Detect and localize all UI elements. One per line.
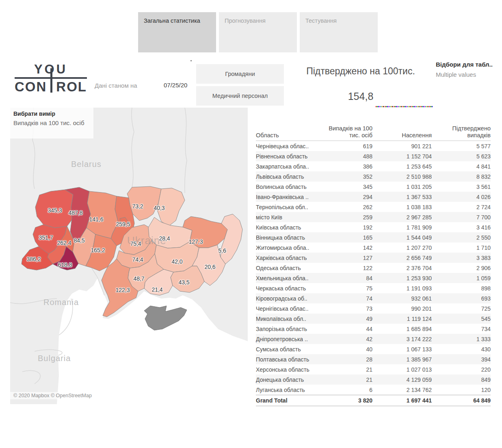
per100k-cell: 619	[321, 143, 372, 149]
kpi-title: Підтверджено на 100тис.	[292, 66, 430, 77]
confirmed-cell: 7 700	[432, 214, 491, 221]
region-value-label: 351,7	[39, 234, 53, 241]
region-name-cell: Чернівецька облас..	[256, 143, 321, 149]
table-filter-value-dropdown[interactable]: Multiple values	[436, 71, 501, 78]
col-header-population[interactable]: Населення	[372, 132, 432, 139]
population-cell: 1 253 930	[372, 275, 432, 281]
tab-general-statistics[interactable]: Загальна статистика	[138, 12, 216, 52]
region-value-label: 84,5	[74, 237, 84, 244]
region-name-cell: Дніпропетровська ..	[256, 336, 321, 342]
region-value-label: 122,3	[115, 287, 130, 293]
table-row[interactable]: Кіровоградська об..74932 061693	[256, 293, 491, 303]
confirmed-cell: 5 623	[432, 153, 491, 160]
table-row[interactable]: Івано-Франківська ..2941 367 5334 026	[256, 192, 491, 202]
region-name-cell: Закарпатська обла..	[256, 163, 321, 170]
table-row[interactable]: Харківська область1272 656 7493 383	[256, 253, 491, 263]
table-row[interactable]: місто Київ2592 967 2857 700	[256, 212, 491, 222]
citizens-button[interactable]: Громадяни	[196, 64, 284, 84]
dimension-selector: Вибрати вимір Випадків на 100 тис. осіб	[10, 108, 93, 139]
confirmed-cell: 220	[432, 366, 491, 373]
grand-total-per100k: 3 820	[321, 397, 372, 404]
table-row[interactable]: Полтавська область281 385 967394	[256, 354, 491, 364]
table-row[interactable]: Рівненська область4881 152 7045 623	[256, 151, 491, 161]
region-name-cell: Вінницька область	[256, 234, 321, 241]
logo-line2-right: ROL	[56, 80, 87, 94]
region-value-label: 40,3	[154, 205, 164, 211]
table-row[interactable]: Черкаська область751 191 093898	[256, 283, 491, 293]
region-value-label: 73,2	[132, 203, 143, 210]
per100k-cell: 352	[321, 173, 372, 180]
table-row[interactable]: Київська область1921 781 9093 416	[256, 222, 491, 232]
region-name-cell: Черкаська область	[256, 285, 321, 292]
population-cell: 2 376 704	[372, 265, 432, 271]
region-name-cell: Миколаївська обл..	[256, 316, 321, 322]
region-crimea[interactable]	[144, 306, 187, 330]
table-row[interactable]: Закарпатська обла..3861 253 6454 841	[256, 161, 491, 171]
region-name-cell: Житомирська обла..	[256, 245, 321, 251]
youcontrol-logo: YOU CON ROL	[15, 63, 87, 97]
medical-staff-button[interactable]: Медичний персонал	[196, 86, 284, 106]
population-cell: 1 544 049	[372, 234, 432, 241]
table-row[interactable]: Херсонська область211 027 013220	[256, 364, 491, 374]
tab-testing[interactable]: Тестування	[300, 12, 378, 52]
region-value-label: 345,3	[48, 207, 62, 214]
tab-forecasting[interactable]: Прогнозування	[219, 12, 297, 52]
table-row[interactable]: Дніпропетровська ..423 174 2221 333	[256, 334, 491, 344]
logo-t-stem	[50, 68, 52, 93]
table-row[interactable]: Чернігівська облас..73990 201725	[256, 303, 491, 314]
population-cell: 2 967 285	[372, 214, 432, 221]
logo-line2-left: CON	[15, 80, 47, 94]
table-row[interactable]: Житомирська обла..1421 207 2701 710	[256, 242, 491, 253]
region-value-label: 487,8	[68, 210, 82, 216]
confirmed-cell: 898	[432, 285, 491, 292]
table-row[interactable]: Хмельницька обла..841 253 9301 059	[256, 273, 491, 283]
table-row[interactable]: Волинська область3451 031 2053 561	[256, 182, 491, 192]
col-header-confirmed[interactable]: Підтверджено випадків	[432, 125, 491, 139]
bulgaria-label: Bulgaria	[38, 354, 71, 363]
table-row[interactable]: Донецька область214 129 059849	[256, 374, 491, 385]
dimension-selector-dropdown[interactable]: Випадків на 100 тис. осіб	[13, 119, 93, 126]
table-row[interactable]: Львівська область3522 510 9888 832	[256, 171, 491, 182]
col-header-per100k[interactable]: Випадків на 100 тис. осіб	[321, 125, 372, 139]
table-row[interactable]: Вінницька область1651 544 0492 550	[256, 232, 491, 242]
per100k-cell: 259	[321, 214, 372, 221]
confirmed-cell: 4 026	[432, 194, 491, 200]
grand-total-confirmed: 64 849	[432, 397, 491, 404]
per100k-cell: 42	[321, 336, 372, 342]
table-row[interactable]: Тернопільська обл..2621 038 1832 724	[256, 202, 491, 212]
region-value-label: 386,2	[26, 256, 41, 262]
confirmed-cell: 849	[432, 377, 491, 383]
population-cell: 1 152 704	[372, 153, 432, 160]
table-row[interactable]: Миколаївська обл..491 119 124545	[256, 314, 491, 324]
region-name-cell: Луганська область	[256, 387, 321, 393]
region-name-cell: Волинська область	[256, 184, 321, 190]
col-header-region[interactable]: Область	[256, 132, 321, 139]
per100k-cell: 127	[321, 255, 372, 261]
region-value-label: 48,7	[133, 275, 144, 282]
population-cell: 2 510 988	[372, 173, 432, 180]
region-name-cell: Донецька область	[256, 377, 321, 383]
confirmed-cell: 430	[432, 346, 491, 353]
region-name-cell: Полтавська область	[256, 356, 321, 363]
region-value-label: 43,5	[178, 279, 189, 286]
ukraine-choropleth-map[interactable]: Belarus Romania Bulgaria Ukraine 345,348…	[10, 108, 248, 404]
region-name-cell: Херсонська область	[256, 366, 321, 373]
population-cell: 1 685 894	[372, 326, 432, 332]
per100k-cell: 122	[321, 265, 372, 271]
grand-total-row[interactable]: Grand Total 3 820 1 697 441 64 849	[256, 395, 491, 406]
table-row[interactable]: Чернівецька облас..619901 2215 577	[256, 141, 491, 151]
population-cell: 1 367 533	[372, 194, 432, 200]
table-row[interactable]: Запорізька область441 685 894734	[256, 324, 491, 334]
population-cell: 1 027 013	[372, 366, 432, 373]
table-row[interactable]: Одеська область1222 376 7042 906	[256, 263, 491, 273]
confirmed-cell: 2 724	[432, 204, 491, 210]
per100k-cell: 84	[321, 275, 372, 281]
confirmed-cell: 5 577	[432, 143, 491, 149]
region-name-cell: Чернігівська облас..	[256, 305, 321, 312]
kpi-block: Підтверджено на 100тис. 154,8	[292, 66, 430, 102]
table-row[interactable]: Сумська область401 067 133430	[256, 344, 491, 354]
table-header: Область Випадків на 100 тис. осіб Населе…	[256, 115, 491, 141]
dashboard: Загальна статистика Прогнозування Тестув…	[0, 0, 502, 448]
population-cell: 1 031 205	[372, 184, 432, 190]
table-row[interactable]: Луганська область62 134 762120	[256, 385, 491, 395]
